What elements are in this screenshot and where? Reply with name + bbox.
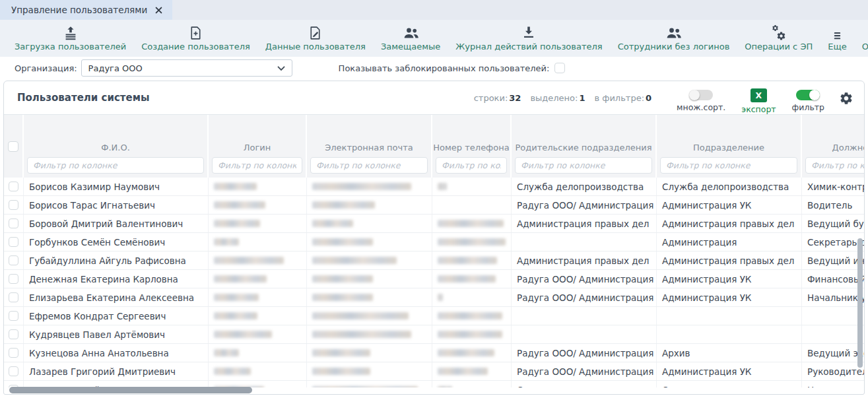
column-header-1[interactable]: Логин [209, 115, 307, 178]
redacted-value [438, 294, 443, 301]
row-checkbox[interactable] [9, 218, 18, 228]
cell-position: Ведущий инж [802, 251, 864, 269]
more-icon [832, 24, 842, 41]
toolbar-button-create-user[interactable]: Создание пользователя [141, 24, 250, 51]
column-header-6[interactable]: Должность [802, 115, 865, 178]
filter-bar: Организация: Радуга ООО Показывать забло… [0, 57, 868, 79]
cell-dept: Отдел рекламы и маркетинга [657, 381, 802, 387]
horizontal-scrollbar[interactable] [9, 387, 252, 393]
show-blocked-checkbox[interactable] [554, 63, 565, 73]
multisort-label: множ.сорт. [677, 102, 725, 112]
tab-close-icon[interactable] [155, 7, 162, 14]
column-title: Номер телефона [432, 143, 510, 152]
column-filter-input[interactable] [436, 157, 507, 174]
people-icon [402, 24, 420, 41]
row-checkbox[interactable] [9, 366, 18, 376]
refresh-button[interactable]: Обновить [862, 24, 868, 51]
column-header-5[interactable]: Подразделение [657, 115, 802, 178]
toolbar-button-label: Еще [828, 42, 846, 51]
redacted-value [438, 331, 502, 338]
redacted-value [312, 349, 370, 356]
table-header: Ф.И.О.ЛогинЭлектронная почтаНомер телефо… [4, 114, 864, 178]
column-filter-input[interactable] [805, 157, 865, 174]
table-row[interactable]: Борисов Казимир НаумовичСлужба делопроиз… [4, 178, 864, 196]
cell-phone [432, 307, 512, 325]
toolbar-button-user-data[interactable]: Данные пользователя [265, 24, 366, 51]
cell-position: Начальник у [802, 288, 864, 306]
table-row[interactable]: Горбунков Семён СемёновичАдминистрацияСе… [4, 233, 864, 251]
multisort-control: множ.сорт. [677, 90, 725, 112]
filter-label: фильтр [792, 102, 824, 112]
panel-header: Пользователи системы строки:32 выделено:… [4, 81, 864, 114]
column-header-0[interactable]: Ф.И.О. [24, 115, 209, 178]
table-row[interactable]: Ефремов Кондрат Сергеевич [4, 307, 864, 325]
toolbar-button-label: Данные пользователя [265, 42, 366, 51]
row-checkbox[interactable] [9, 255, 18, 265]
toolbar-button-staff-no-login[interactable]: Сотрудники без логинов [618, 24, 730, 51]
toolbar-button-user-action-log[interactable]: Журнал действий пользователя [455, 24, 602, 51]
cell-dept: Служба делопроизводства [657, 178, 802, 195]
cell-fio: Губайдуллина Айгуль Рафисовна [24, 251, 209, 269]
column-header-3[interactable]: Номер телефона [432, 115, 512, 178]
cell-position [802, 307, 864, 325]
cell-email [307, 344, 432, 362]
cell-parent-dept: Радуга ООО/ Администрация ... [512, 344, 657, 362]
cell-fio: Боровой Дмитрий Валентинович [24, 215, 209, 232]
organization-select[interactable]: Радуга ООО [81, 59, 292, 77]
toolbar-button-more[interactable]: Еще [828, 24, 846, 51]
tab-user-management[interactable]: Управление пользователями [0, 0, 172, 20]
row-checkbox[interactable] [9, 311, 18, 321]
row-checkbox[interactable] [9, 348, 18, 358]
column-filter-input[interactable] [515, 157, 652, 174]
cell-position: Ведущий экс [802, 344, 864, 362]
table-row[interactable]: Губайдуллина Айгуль РафисовнаАдминистрац… [4, 251, 864, 270]
cell-position: Ведущий бух [802, 215, 864, 232]
select-all-checkbox[interactable] [8, 141, 18, 152]
cell-dept [657, 307, 802, 325]
export-button[interactable]: X [751, 88, 767, 102]
cell-login [209, 233, 307, 251]
row-checkbox-cell [4, 270, 24, 288]
cell-login [209, 325, 307, 343]
column-filter-input[interactable] [212, 157, 302, 174]
cell-login [209, 196, 307, 214]
row-checkbox[interactable] [9, 274, 18, 284]
cell-dept: Администрация правых дел [657, 215, 802, 232]
redacted-value [438, 238, 506, 246]
cell-phone [432, 288, 512, 306]
users-table: Ф.И.О.ЛогинЭлектронная почтаНомер телефо… [4, 114, 864, 387]
column-filter-input[interactable] [27, 157, 204, 174]
table-row[interactable]: Елизарьева Екатерина АлексеевнаРадуга ОО… [4, 288, 864, 307]
table-row[interactable]: Денежная Екатерина КарловнаРадуга ООО/ А… [4, 270, 864, 288]
column-title: Подразделение [657, 143, 801, 152]
toolbar-button-label: Создание пользователя [141, 42, 250, 51]
table-row[interactable]: Кузнецова Анна АнатольевнаРадуга ООО/ Ад… [4, 344, 864, 362]
table-row[interactable]: Борисов Тарас ИгнатьевичРадуга ООО/ Адми… [4, 196, 864, 215]
filtered-counter: в фильтре:0 [595, 93, 652, 103]
row-checkbox[interactable] [9, 237, 18, 247]
toolbar-button-label: Замещаемые [381, 42, 440, 51]
row-checkbox[interactable] [9, 329, 18, 339]
row-checkbox[interactable] [9, 182, 18, 191]
redacted-value [312, 312, 409, 319]
filter-toggle[interactable] [796, 90, 820, 100]
vertical-scrollbar[interactable] [857, 238, 863, 368]
multisort-toggle[interactable] [689, 90, 713, 100]
table-row[interactable]: Боровой Дмитрий ВалентиновичАдминистраци… [4, 215, 864, 233]
toolbar-button-label: Операции с ЭП [745, 42, 813, 51]
toolbar-buttons: Загрузка пользователейСоздание пользоват… [15, 24, 862, 51]
toolbar-button-label: Журнал действий пользователя [455, 42, 602, 51]
row-checkbox[interactable] [9, 200, 18, 210]
column-header-2[interactable]: Электронная почта [307, 115, 432, 178]
redacted-value [438, 220, 504, 227]
toolbar-button-substitutes[interactable]: Замещаемые [381, 24, 440, 51]
table-row[interactable]: Кудрявцев Павел Артёмович [4, 325, 864, 344]
column-filter-input[interactable] [660, 157, 797, 174]
toolbar-button-upload-users[interactable]: Загрузка пользователей [15, 24, 126, 51]
toolbar-button-ep-operations[interactable]: Операции с ЭП [745, 24, 813, 51]
column-filter-input[interactable] [310, 157, 428, 174]
table-row[interactable]: Лазарев Григорий ДмитриевичРадуга ООО/ А… [4, 362, 864, 381]
settings-gear-icon[interactable] [839, 91, 853, 108]
row-checkbox[interactable] [9, 292, 18, 302]
column-header-4[interactable]: Родительские подразделения [512, 115, 657, 178]
